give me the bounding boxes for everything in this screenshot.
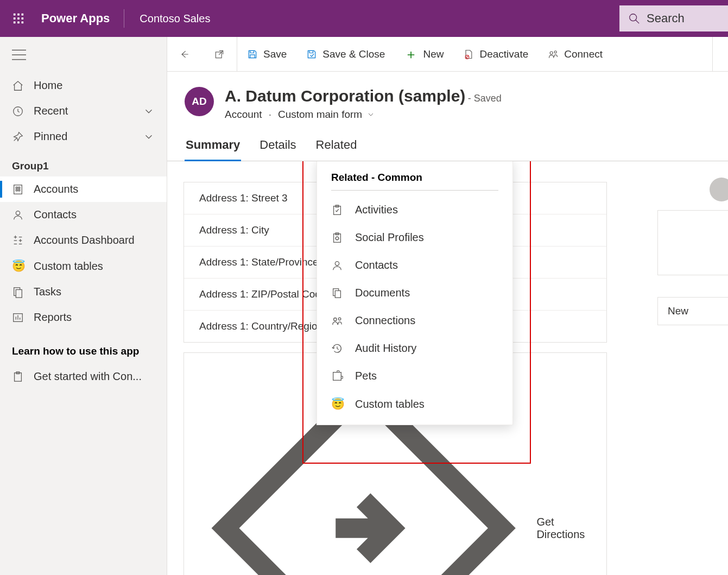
sidebar-item-reports[interactable]: Reports (0, 305, 167, 330)
cmd-label: Save (263, 48, 287, 60)
connect-icon (548, 49, 559, 60)
popout-icon (214, 49, 225, 60)
svg-rect-15 (14, 185, 22, 194)
svg-rect-2 (22, 14, 24, 16)
deactivate-icon (463, 49, 474, 60)
dd-label: Activities (355, 204, 398, 216)
dd-label: Contacts (355, 259, 398, 271)
svg-rect-0 (14, 14, 16, 16)
app-name: Power Apps (37, 11, 124, 26)
nav-home[interactable]: Home (0, 73, 167, 98)
nav-label: Get started with Con... (34, 370, 142, 383)
svg-point-20 (16, 211, 20, 214)
open-new-window-button[interactable] (202, 37, 237, 71)
form-tabs: Summary Details Related (167, 130, 728, 161)
reports-icon (12, 312, 24, 324)
dashboard-icon (12, 235, 24, 247)
avatar-placeholder (710, 178, 728, 201)
sidebar-item-contacts[interactable]: Contacts (0, 202, 167, 228)
back-arrow-icon (179, 49, 190, 60)
related-dropdown: Related - Common Activities Social Profi… (316, 161, 513, 425)
title-bar: Power Apps Contoso Sales Search (0, 0, 728, 37)
svg-rect-6 (14, 22, 16, 24)
related-activities[interactable]: Activities (317, 196, 512, 224)
related-connections[interactable]: Connections (317, 307, 512, 334)
related-pets[interactable]: Pets (317, 362, 512, 390)
save-close-icon (306, 49, 317, 60)
chevron-down-icon (366, 110, 375, 119)
dropdown-header: Related - Common (331, 172, 498, 191)
dd-label: Connections (355, 314, 415, 327)
connect-button[interactable]: Connect (538, 37, 612, 71)
sidebar-get-started[interactable]: Get started with Con... (0, 364, 167, 389)
svg-point-52 (338, 318, 341, 320)
svg-rect-50 (335, 290, 340, 298)
avatar: AD (185, 87, 214, 116)
svg-point-40 (550, 52, 553, 54)
tab-summary[interactable]: Summary (185, 135, 241, 161)
sidebar-item-custom-tables[interactable]: 😇 Custom tables (0, 253, 167, 279)
form-name: Custom main form (278, 109, 362, 121)
nav-label: Contacts (34, 208, 77, 221)
nav-label: Reports (34, 311, 72, 324)
field-label: Address 1: ZIP/Postal Code (199, 288, 330, 300)
svg-rect-17 (18, 187, 20, 188)
clipboard-gear-icon (331, 232, 343, 244)
sidebar-item-dashboard[interactable]: Accounts Dashboard (0, 228, 167, 253)
svg-point-9 (630, 14, 637, 21)
puzzle-icon (331, 370, 343, 382)
field-label: Address 1: City (199, 224, 330, 236)
svg-rect-16 (16, 187, 17, 188)
cmd-label: New (423, 48, 444, 60)
person-icon (331, 260, 343, 271)
get-directions-label: Get Directions (536, 516, 594, 541)
dd-label: Custom tables (355, 398, 425, 410)
sidebar-item-accounts[interactable]: Accounts (0, 176, 167, 202)
related-contacts[interactable]: Contacts (317, 251, 512, 279)
command-bar: Save Save & Close ＋ New Deactivate Conne… (167, 37, 728, 72)
chevron-down-icon (143, 131, 155, 143)
nav-pinned[interactable]: Pinned (0, 124, 167, 149)
svg-point-41 (554, 50, 556, 53)
svg-rect-30 (16, 289, 22, 298)
tab-related[interactable]: Related (315, 135, 358, 161)
save-close-button[interactable]: Save & Close (296, 37, 395, 71)
new-button[interactable]: ＋ New (395, 37, 453, 71)
tab-details[interactable]: Details (258, 135, 297, 161)
nav-label: Accounts Dashboard (34, 234, 135, 247)
deactivate-button[interactable]: Deactivate (453, 37, 538, 71)
dd-label: Pets (355, 370, 377, 382)
field-label: Address 1: State/Province (199, 256, 330, 268)
emoji-icon: 😇 (331, 397, 343, 410)
nav-recent[interactable]: Recent (0, 98, 167, 124)
learn-header: Learn how to use this app (0, 330, 167, 364)
hamburger-icon (12, 49, 26, 61)
search-placeholder: Search (647, 11, 685, 26)
org-name: Contoso Sales (124, 12, 225, 25)
more-commands-button[interactable] (712, 37, 728, 71)
people-icon (331, 315, 343, 327)
search-box[interactable]: Search (619, 5, 728, 31)
sidebar-item-tasks[interactable]: Tasks (0, 279, 167, 305)
svg-rect-18 (16, 189, 17, 191)
svg-rect-4 (17, 17, 20, 20)
save-button[interactable]: Save (237, 37, 296, 71)
nav-label: Custom tables (34, 260, 103, 273)
waffle-icon (12, 12, 24, 24)
documents-icon (331, 287, 343, 299)
app-launcher-button[interactable] (0, 12, 37, 24)
field-label: Address 1: Country/Region (199, 320, 330, 332)
form-body: New Address 1: Street 3 Address 1: City … (167, 161, 728, 575)
related-custom-tables[interactable]: 😇 Custom tables (317, 390, 512, 418)
back-button[interactable] (167, 37, 202, 71)
svg-rect-5 (22, 17, 24, 20)
svg-rect-1 (17, 14, 20, 16)
hamburger-button[interactable] (0, 41, 167, 73)
related-social-profiles[interactable]: Social Profiles (317, 224, 512, 251)
form-selector[interactable]: Custom main form (278, 109, 375, 121)
record-header: AD A. Datum Corporation (sample) - Saved… (167, 72, 728, 130)
dd-label: Social Profiles (355, 231, 424, 244)
related-documents[interactable]: Documents (317, 279, 512, 307)
related-audit-history[interactable]: Audit History (317, 334, 512, 362)
clock-icon (12, 105, 24, 117)
